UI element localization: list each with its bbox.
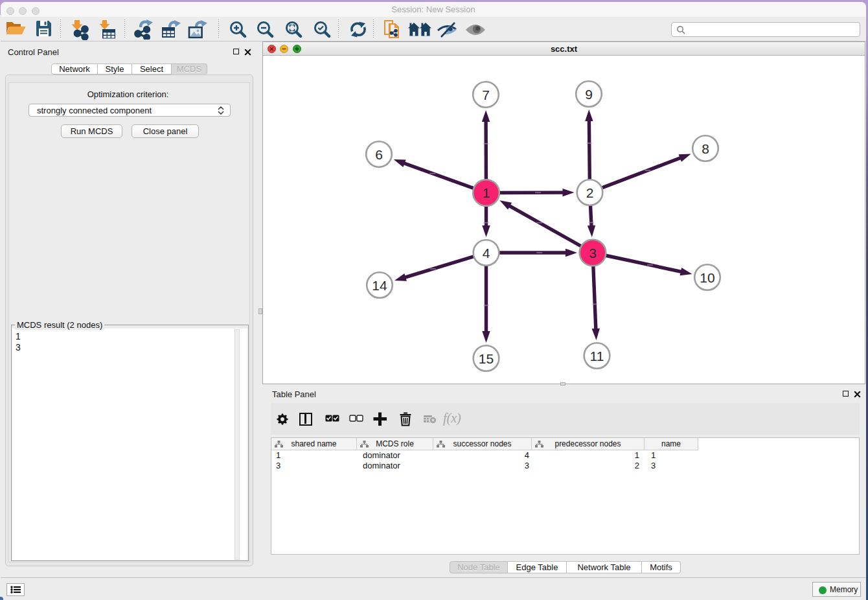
svg-text:11: 11 xyxy=(590,349,604,363)
svg-text:10: 10 xyxy=(700,270,714,285)
svg-text:9: 9 xyxy=(585,87,593,102)
svg-text:15: 15 xyxy=(479,351,494,366)
svg-text:3: 3 xyxy=(589,246,597,260)
svg-text:8: 8 xyxy=(702,141,709,156)
svg-text:1: 1 xyxy=(483,185,490,200)
svg-text:14: 14 xyxy=(372,278,387,293)
svg-text:4: 4 xyxy=(483,246,490,260)
svg-text:7: 7 xyxy=(482,87,490,102)
svg-text:2: 2 xyxy=(586,185,594,200)
svg-text:6: 6 xyxy=(375,147,383,162)
